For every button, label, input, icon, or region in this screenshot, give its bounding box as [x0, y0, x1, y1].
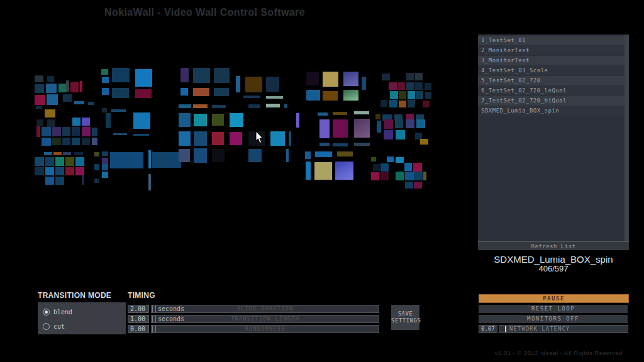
mosaic-tile	[354, 111, 369, 114]
mosaic-tile	[72, 138, 80, 145]
slider-caption: RANDOMNESS	[152, 326, 379, 332]
radio-button-cut[interactable]	[43, 323, 50, 330]
mosaic-tile	[314, 162, 332, 180]
mosaic-tile	[148, 174, 151, 190]
radio-option-cut[interactable]: cut	[43, 323, 65, 330]
mosaic-tile	[106, 113, 111, 128]
playlist-item[interactable]: 4_TestSet_03_Scale	[478, 66, 625, 75]
monitors-off-button[interactable]: MONITORS OFF	[479, 315, 628, 323]
mosaic-tile	[194, 114, 207, 126]
mosaic-tile	[82, 175, 84, 185]
randomness-slider[interactable]: RANDOMNESS	[151, 325, 379, 333]
playlist-item[interactable]: 5_TestSet_02_720	[478, 76, 625, 85]
mosaic-tile	[212, 105, 226, 108]
transition-mode-panel: blend cut	[38, 302, 126, 334]
mosaic-tile	[133, 112, 150, 129]
playlist-scrollbar[interactable]	[625, 35, 629, 241]
mosaic-tile	[193, 68, 210, 83]
mosaic-tile	[414, 172, 423, 180]
mosaic-tile	[112, 68, 130, 82]
mosaic-tile	[101, 69, 108, 75]
mosaic-tile	[179, 131, 191, 146]
save-settings-button[interactable]: SAVE SETTINGS	[391, 305, 419, 330]
mosaic-tile	[354, 119, 370, 138]
mosaic-tile	[377, 121, 381, 133]
mosaic-tile	[179, 113, 191, 127]
mosaic-tile	[406, 119, 414, 128]
mosaic-tile	[72, 118, 80, 126]
mosaic-tile	[110, 152, 143, 168]
mosaic-tile	[112, 88, 129, 98]
mosaic-tile	[45, 109, 55, 118]
randomness-value[interactable]: 0.00	[128, 325, 149, 333]
playlist-item[interactable]: SDXMED_Lumia_BOX_spin	[478, 106, 625, 116]
mosaic-tile	[396, 130, 405, 140]
mosaic-tile	[390, 91, 398, 99]
pause-button[interactable]: PAUSE	[479, 294, 629, 303]
mosaic-tile	[387, 156, 394, 162]
mosaic-tile	[408, 91, 415, 99]
mosaic-tile	[35, 157, 44, 166]
mosaic-tile	[245, 77, 262, 92]
mosaic-tile	[133, 134, 149, 136]
reset-loop-button[interactable]: RESET LOOP	[479, 305, 628, 313]
mosaic-tile	[289, 131, 291, 146]
mosaic-tile	[113, 133, 127, 135]
slider-unit: seconds	[158, 305, 184, 312]
mosaic-tile	[416, 91, 423, 99]
mosaic-tile	[333, 143, 348, 146]
mosaic-tile	[375, 114, 380, 119]
mosaic-tile	[270, 131, 285, 146]
mosaic-tile	[193, 104, 208, 108]
mosaic-tile	[52, 127, 61, 136]
mosaic-tile	[319, 119, 330, 138]
save-settings-line2: SETTINGS	[391, 317, 419, 324]
mosaic-tile	[35, 95, 45, 105]
mosaic-tile	[82, 118, 90, 126]
progress-counter: 406/597	[478, 264, 629, 273]
mosaic-tile	[47, 94, 58, 105]
mosaic-tile	[44, 152, 52, 155]
mosaic-tile	[53, 152, 62, 155]
playlist-item[interactable]: 2_MonitorTest	[478, 46, 625, 55]
mosaic-tile	[286, 149, 289, 162]
mosaic-tile	[94, 178, 99, 183]
radio-button-blend[interactable]	[43, 309, 50, 315]
mosaic-tile	[415, 73, 423, 80]
slide-duration-slider[interactable]: SLIDE DURATION seconds	[151, 305, 379, 313]
save-settings-line1: SAVE	[391, 310, 419, 317]
mosaic-tile	[399, 101, 406, 107]
radio-option-blend[interactable]: blend	[43, 309, 72, 315]
mosaic-tile	[102, 77, 109, 83]
mosaic-tile	[111, 109, 126, 112]
mosaic-tile	[63, 94, 72, 102]
playlist-item[interactable]: 3_MonitorTest	[478, 56, 625, 65]
playlist-item[interactable]: 1_TestSet_01	[478, 36, 625, 45]
transition-length-slider[interactable]: TRANSITION LENGTH seconds	[151, 315, 379, 323]
mosaic-tile	[380, 172, 389, 180]
mosaic-tile	[36, 119, 43, 126]
mosaic-tile	[62, 127, 70, 136]
mosaic-tile	[405, 172, 414, 180]
mosaic-tile	[47, 76, 54, 82]
mosaic-tile	[102, 108, 107, 112]
mosaic-tile	[179, 104, 191, 108]
slide-duration-value[interactable]: 2.00	[128, 305, 149, 313]
mosaic-tile	[214, 68, 230, 83]
slider-unit: seconds	[158, 315, 184, 322]
mosaic-tile	[266, 77, 279, 92]
playlist-item[interactable]: 6_TestSet_02_720_loQual	[478, 86, 625, 96]
mosaic-tile	[193, 88, 209, 96]
playlist-item[interactable]: 7_TestSet_02_720_hiQual	[478, 96, 625, 106]
mosaic-tile	[414, 182, 422, 189]
mosaic-tile	[47, 119, 55, 127]
mosaic-tile	[82, 127, 91, 136]
transition-length-value[interactable]: 1.00	[128, 315, 149, 323]
mosaic-tile	[395, 119, 403, 128]
mosaic-tile	[82, 138, 90, 145]
network-latency-field[interactable]: NETWORK LATENCY	[499, 325, 628, 333]
refresh-list-button[interactable]: Refresh List	[478, 241, 629, 250]
mosaic-tile	[55, 177, 64, 185]
mosaic-tile	[102, 172, 108, 178]
mosaic-tile	[399, 91, 406, 99]
